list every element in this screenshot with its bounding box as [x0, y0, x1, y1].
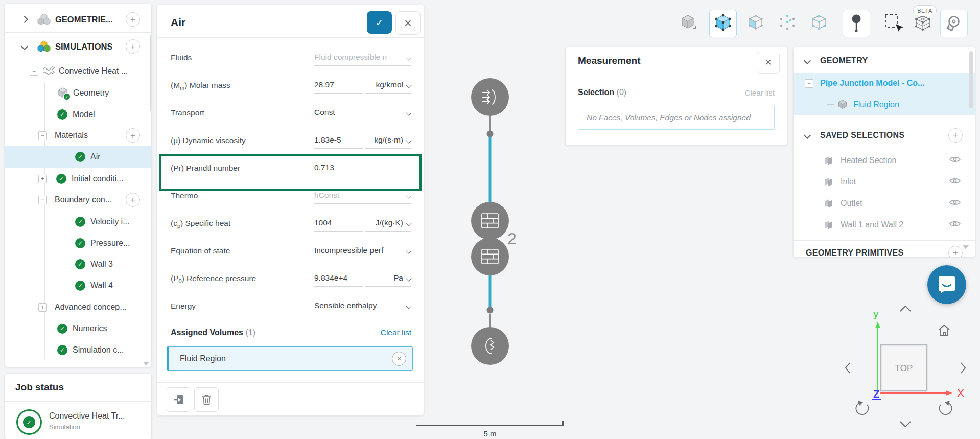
faces-icon [823, 199, 833, 208]
tree-row-clipped[interactable]: + [5, 361, 151, 367]
tree-scrollbar[interactable] [150, 35, 151, 111]
add-saved-selection-button[interactable]: + [948, 128, 963, 143]
expand-box[interactable]: + [38, 175, 47, 183]
equation-of-state-select[interactable]: Incompressible perf [314, 244, 411, 259]
chat-bubble-icon [938, 275, 956, 294]
dynamic-viscosity-unit-select[interactable]: kg/(s·m) [365, 133, 411, 149]
close-measurement-button[interactable]: ✕ [757, 52, 780, 74]
add-material-button[interactable]: + [126, 128, 140, 143]
close-panel-button[interactable]: ✕ [395, 11, 421, 35]
wall-badge-count: 2 [507, 229, 517, 248]
reference-pressure-unit-select[interactable]: Pa [365, 271, 411, 287]
add-primitive-button[interactable]: + [948, 246, 963, 257]
saved-selection-walls[interactable]: Wall 1 and Wall 2 [794, 216, 975, 234]
add-boundary-condition-button[interactable]: + [126, 193, 140, 207]
rotate-up-chevron[interactable] [900, 306, 911, 311]
saved-selection-inlet[interactable]: Inlet [794, 173, 975, 191]
remove-chip-icon[interactable]: ✕ [392, 352, 406, 366]
add-simulation-button[interactable]: + [126, 39, 140, 54]
collapse-box[interactable]: − [30, 67, 38, 76]
tree-row-initial-conditions[interactable]: + ✓ Initial conditi... [5, 168, 151, 190]
tree-row-materials[interactable]: − Materials + [5, 125, 151, 146]
box-select-icon[interactable] [880, 10, 907, 36]
probe-point-icon[interactable] [843, 10, 870, 37]
scroll-down-icon[interactable] [963, 245, 969, 249]
fluid-region-row[interactable]: Fluid Region [794, 96, 975, 113]
visibility-eye-icon[interactable] [949, 156, 961, 165]
chevron-right-icon[interactable] [21, 16, 28, 23]
job-status-panel: Job status ✓ Convective Heat Tr... Simul… [5, 374, 151, 439]
collapse-box[interactable]: − [38, 131, 47, 140]
import-assignment-button[interactable] [167, 387, 191, 412]
collapse-box[interactable]: − [38, 196, 47, 204]
molar-mass-unit-select[interactable]: kg/kmol [365, 78, 411, 94]
rotate-right-chevron[interactable] [961, 363, 965, 373]
chip-label: Fluid Region [180, 354, 226, 363]
delete-material-button[interactable] [194, 387, 219, 412]
tree-row-wall-3[interactable]: ✓ Wall 3 [5, 253, 151, 275]
reference-pressure-input[interactable]: 9.834e+4 [314, 271, 363, 287]
tree-row-geometry[interactable]: ✓ Geometry [5, 82, 151, 104]
solid-view-cube-icon[interactable] [675, 10, 702, 36]
clear-assigned-volumes-link[interactable]: Clear list [381, 328, 411, 337]
tree-row-advanced-concepts[interactable]: + Advanced concep... [5, 296, 151, 318]
selection-empty-text: No Faces, Volumes, Edges or Nodes assign… [587, 113, 751, 122]
selection-dropzone[interactable]: No Faces, Volumes, Edges or Nodes assign… [578, 105, 775, 130]
support-chat-button[interactable] [927, 265, 966, 304]
orientation-widget[interactable]: TOP y X Z [841, 299, 980, 437]
tree-row-simulations[interactable]: SIMULATIONS + [5, 36, 151, 57]
tree-row-boundary-conditions[interactable]: − Boundary con... + [5, 189, 151, 211]
fluids-select[interactable]: Fluid compressible n [314, 51, 411, 66]
add-geometry-button[interactable]: + [126, 12, 140, 27]
apply-button[interactable]: ✓ [367, 11, 392, 34]
roll-ccw-icon[interactable] [856, 401, 868, 414]
prandtl-number-input[interactable]: 0.713 [314, 161, 363, 176]
roll-cw-icon[interactable] [940, 401, 952, 414]
energy-select[interactable]: Sensible enthalpy [314, 299, 411, 314]
visibility-eye-icon[interactable] [949, 220, 961, 229]
specific-heat-input[interactable]: 1004 [314, 216, 363, 232]
saved-selection-heated-section[interactable]: Heated Section [794, 152, 975, 169]
rotate-down-chevron[interactable] [900, 422, 911, 427]
thermo-select[interactable]: hConst [314, 189, 411, 204]
tree-row-numerics[interactable]: ✓ Numerics [5, 318, 151, 339]
chevron-down-icon[interactable] [804, 57, 811, 64]
tree-row-air-selected[interactable]: ✓ Air [5, 146, 151, 168]
select-face-icon[interactable] [742, 10, 769, 36]
home-view-icon[interactable] [939, 325, 949, 335]
measure-tool-icon[interactable] [940, 10, 968, 37]
chevron-down-icon[interactable] [21, 43, 28, 50]
tree-row-velocity-inlet[interactable]: ✓ Velocity i... [5, 211, 151, 233]
tree-row-pressure-outlet[interactable]: ✓ Pressure... [5, 233, 151, 254]
select-node-icon[interactable] [774, 10, 801, 36]
collapse-box[interactable]: − [805, 79, 813, 88]
rotate-left-chevron[interactable] [846, 363, 850, 373]
scroll-down-icon[interactable] [143, 362, 149, 366]
tree-row-model[interactable]: ✓ Model [5, 104, 151, 125]
select-volume-icon[interactable] [709, 10, 737, 37]
geometry-primitives-header[interactable]: GEOMETRY PRIMITIVES + [794, 243, 975, 257]
tree-row-convective-heat[interactable]: − Convective Heat ... [5, 60, 151, 82]
axis-z-label: Z [873, 388, 879, 400]
molar-mass-input[interactable]: 28.97 [314, 78, 363, 94]
saved-selections-header[interactable]: SAVED SELECTIONS + [794, 126, 975, 145]
specific-heat-unit-select[interactable]: J/(kg·K) [365, 216, 411, 232]
select-vertex-icon[interactable] [806, 10, 832, 36]
saved-selection-outlet[interactable]: Outlet [794, 195, 975, 212]
job-name[interactable]: Convective Heat Tr... [49, 411, 125, 421]
visibility-eye-icon[interactable] [949, 199, 961, 208]
geometry-section-header[interactable]: GEOMETRY [794, 51, 975, 71]
dynamic-viscosity-input[interactable]: 1.83e-5 [314, 133, 363, 149]
tree-row-simulation-control[interactable]: ✓ Simulation c... [5, 339, 151, 361]
transport-select[interactable]: Const [314, 106, 411, 121]
geometry-model-row[interactable]: − Pipe Junction Model - Co... [794, 75, 975, 92]
visibility-eye-icon[interactable] [949, 177, 961, 187]
assigned-volume-chip[interactable]: Fluid Region ✕ [167, 346, 413, 371]
tree-row-geometries[interactable]: GEOMETRIE... + [5, 9, 151, 30]
tree-row-wall-4[interactable]: ✓ Wall 4 [5, 275, 151, 296]
expand-box[interactable]: + [38, 303, 47, 312]
chevron-down-icon[interactable] [804, 132, 811, 139]
check-icon: ✓ [75, 238, 85, 248]
clear-selection-link[interactable]: Clear list [745, 88, 775, 97]
viewport-pipe-schematic[interactable]: 2 [455, 72, 542, 378]
